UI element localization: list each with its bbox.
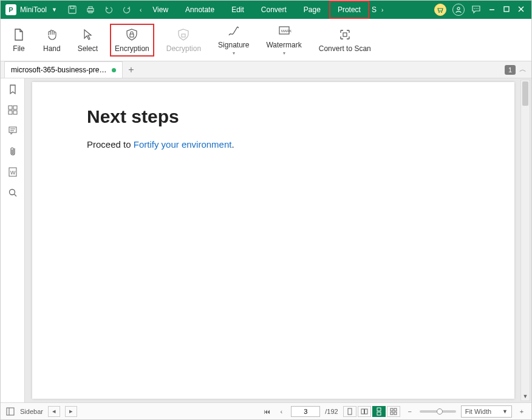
- hand-button[interactable]: Hand: [38, 25, 66, 55]
- continuous-view-button[interactable]: [372, 406, 386, 417]
- svg-text:W: W: [10, 170, 16, 176]
- zoom-out-button[interactable]: −: [405, 407, 415, 416]
- svg-rect-1: [70, 6, 74, 9]
- menubar: P MiniTool ▼ ‹ View Annotate Edit Conver…: [1, 1, 531, 19]
- scroll-thumb[interactable]: [522, 81, 528, 106]
- svg-point-8: [474, 8, 475, 9]
- svg-rect-16: [182, 34, 185, 37]
- page: Next steps Proceed to Fortify your envir…: [32, 82, 514, 399]
- menu-annotate[interactable]: Annotate: [177, 1, 223, 19]
- decryption-button[interactable]: Decryption: [162, 25, 206, 55]
- thumbnails-icon[interactable]: [7, 104, 19, 116]
- watermark-icon: MARK: [277, 24, 292, 38]
- svg-rect-19: [343, 33, 347, 36]
- total-pages: /192: [325, 408, 338, 415]
- menu-share-truncated[interactable]: S: [369, 1, 379, 19]
- svg-line-30: [14, 195, 16, 197]
- svg-rect-33: [348, 408, 352, 415]
- word-export-icon[interactable]: W: [7, 166, 19, 178]
- save-icon[interactable]: [66, 3, 79, 16]
- tab-count-badge[interactable]: 1: [505, 65, 516, 75]
- menu-page[interactable]: Page: [295, 1, 329, 19]
- signature-label: Signature: [218, 41, 249, 49]
- svg-text:MARK: MARK: [281, 29, 292, 33]
- zoom-slider-knob[interactable]: [437, 408, 443, 415]
- page-number-input[interactable]: [291, 406, 320, 417]
- print-icon[interactable]: [84, 3, 97, 16]
- menu-protect[interactable]: Protect: [329, 1, 369, 19]
- undo-icon[interactable]: [102, 3, 115, 16]
- svg-point-9: [476, 8, 477, 9]
- menu-edit[interactable]: Edit: [223, 1, 253, 19]
- app-name: MiniTool: [20, 5, 47, 14]
- svg-rect-38: [390, 408, 393, 411]
- continuous-facing-view-button[interactable]: [387, 406, 400, 417]
- hand-icon: [44, 27, 59, 42]
- maximize-button[interactable]: [502, 5, 511, 15]
- shield-unlock-icon: [176, 27, 191, 42]
- next-section-icon[interactable]: ▸: [65, 406, 77, 417]
- first-page-icon[interactable]: ⏮: [262, 407, 271, 416]
- user-icon[interactable]: [452, 4, 465, 16]
- zoom-in-button[interactable]: +: [517, 407, 527, 416]
- svg-rect-15: [130, 34, 134, 37]
- sidebar-toggle-icon[interactable]: [5, 407, 15, 416]
- svg-point-29: [9, 190, 15, 195]
- svg-rect-20: [9, 106, 12, 109]
- zoom-slider[interactable]: [420, 410, 456, 413]
- watermark-dropdown-icon: ▾: [283, 50, 285, 56]
- new-tab-button[interactable]: +: [123, 61, 140, 78]
- close-button[interactable]: [517, 5, 525, 15]
- chat-icon[interactable]: [471, 4, 482, 16]
- cursor-icon: [80, 27, 95, 42]
- menubar-overflow-right-icon[interactable]: ›: [379, 7, 386, 13]
- ribbon: File Hand Select Encryption Decryption S…: [1, 19, 531, 61]
- single-page-view-button[interactable]: [343, 406, 356, 417]
- fortify-link[interactable]: Fortify your environment: [134, 139, 232, 150]
- svg-rect-23: [13, 111, 17, 114]
- shield-lock-icon: [124, 27, 139, 42]
- menu-view[interactable]: View: [144, 1, 177, 19]
- cart-icon[interactable]: [434, 4, 446, 16]
- signature-button[interactable]: Signature ▾: [213, 21, 254, 58]
- menu-convert[interactable]: Convert: [253, 1, 295, 19]
- svg-point-10: [477, 8, 479, 9]
- svg-rect-34: [361, 409, 364, 414]
- scan-icon: [338, 27, 352, 42]
- document-tab[interactable]: microsoft-365-business-premi...: [4, 61, 123, 78]
- attachments-icon[interactable]: [7, 145, 19, 157]
- redo-icon[interactable]: [120, 3, 134, 16]
- comments-icon[interactable]: [7, 125, 19, 137]
- search-icon[interactable]: [7, 187, 19, 199]
- bookmark-icon[interactable]: [7, 83, 19, 95]
- left-sidebar: W: [1, 78, 25, 402]
- sidebar-label: Sidebar: [20, 408, 43, 415]
- svg-rect-39: [394, 408, 397, 411]
- hand-label: Hand: [43, 44, 61, 53]
- svg-rect-35: [364, 409, 367, 414]
- zoom-fit-select[interactable]: Fit Width ▼: [461, 405, 512, 418]
- file-label: File: [13, 44, 24, 53]
- prev-section-icon[interactable]: ◂: [48, 406, 60, 417]
- app-brand[interactable]: P MiniTool ▼: [1, 4, 62, 15]
- select-button[interactable]: Select: [73, 25, 103, 55]
- zoom-fit-caret-icon: ▼: [502, 408, 508, 415]
- minimize-button[interactable]: [488, 5, 496, 15]
- signature-icon: [227, 24, 241, 38]
- menubar-overflow-left-icon[interactable]: ‹: [137, 7, 144, 13]
- prev-page-icon[interactable]: ‹: [276, 407, 286, 416]
- convert-to-scan-button[interactable]: Convert to Scan: [314, 25, 376, 55]
- svg-rect-21: [13, 106, 17, 109]
- menus: View Annotate Edit Convert Page Protect …: [144, 1, 379, 19]
- unsaved-indicator-icon: [112, 68, 116, 72]
- watermark-button[interactable]: MARK Watermark ▾: [261, 21, 306, 58]
- collapse-ribbon-icon[interactable]: ︿: [519, 64, 527, 75]
- view-mode-buttons: [343, 406, 400, 417]
- facing-view-button[interactable]: [358, 406, 371, 417]
- document-viewport[interactable]: Next steps Proceed to Fortify your envir…: [25, 78, 531, 402]
- workarea: W Next steps Proceed to Fortify your env…: [1, 78, 531, 402]
- vertical-scrollbar[interactable]: ▲ ▼: [520, 80, 530, 401]
- encryption-button[interactable]: Encryption: [110, 24, 154, 57]
- scroll-down-icon[interactable]: ▼: [521, 392, 530, 401]
- file-button[interactable]: File: [7, 25, 31, 55]
